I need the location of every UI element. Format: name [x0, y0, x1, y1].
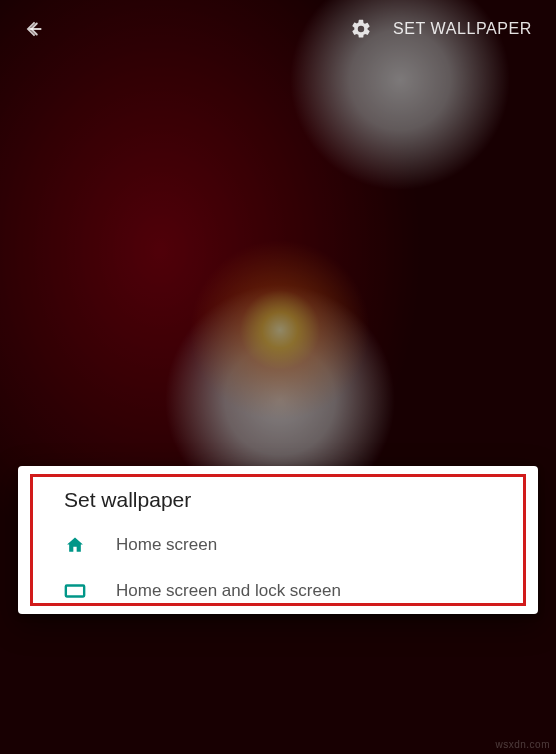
- watermark-text: wsxdn.com: [495, 739, 550, 750]
- option-label: Home screen: [116, 535, 217, 555]
- dialog-title: Set wallpaper: [18, 466, 538, 522]
- option-home-and-lock[interactable]: Home screen and lock screen: [18, 568, 538, 614]
- scrim-overlay: [0, 0, 556, 754]
- gear-icon: [350, 18, 372, 40]
- svg-rect-1: [66, 586, 84, 597]
- top-app-bar: SET WALLPAPER: [0, 0, 556, 58]
- option-home-screen[interactable]: Home screen: [18, 522, 538, 568]
- back-button[interactable]: [14, 9, 54, 49]
- set-wallpaper-button[interactable]: SET WALLPAPER: [383, 12, 538, 46]
- set-wallpaper-dialog: Set wallpaper Home screen Home screen an…: [18, 466, 538, 614]
- option-label: Home screen and lock screen: [116, 581, 341, 601]
- home-icon: [64, 534, 86, 556]
- settings-button[interactable]: [339, 7, 383, 51]
- screen-icon: [64, 580, 86, 602]
